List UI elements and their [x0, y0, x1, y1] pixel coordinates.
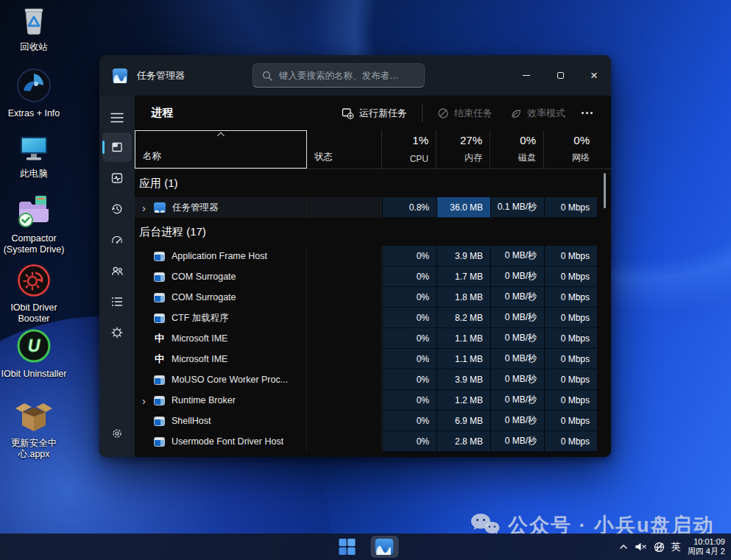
sidebar-item-services[interactable]	[102, 318, 132, 347]
column-header-cpu[interactable]: 1% CPU	[382, 130, 437, 169]
search-box[interactable]	[253, 63, 425, 88]
sidebar-item-app-history[interactable]	[102, 194, 132, 224]
sidebar-item-details[interactable]	[102, 287, 132, 316]
column-header-disk[interactable]: 0% 磁盘	[490, 130, 544, 169]
process-memory-cell: 3.9 MB	[437, 246, 490, 266]
vertical-scrollbar[interactable]	[604, 173, 606, 208]
process-memory-cell: 1.1 MB	[437, 349, 490, 369]
process-name-cell[interactable]: COM Surrogate	[135, 287, 307, 308]
run-new-task-button[interactable]: 运行新任务	[334, 102, 414, 124]
close-button[interactable]: ×	[577, 55, 611, 96]
column-header-memory[interactable]: 27% 内存	[437, 130, 490, 169]
process-name-cell[interactable]: ›任务管理器	[135, 197, 307, 218]
process-row[interactable]: COM Surrogate0%1.8 MB0 MB/秒0 Mbps	[135, 287, 611, 308]
process-memory-cell: 1.7 MB	[437, 266, 490, 287]
process-name-cell[interactable]: ShellHost	[135, 411, 307, 431]
process-name: MoUSO Core Worker Proc...	[172, 375, 288, 385]
desktop-icon-iobit-uninstaller[interactable]: U IObit Uninstaller	[0, 328, 68, 380]
desktop-icon-this-pc[interactable]: 此电脑	[0, 134, 68, 180]
network-globe-icon[interactable]	[654, 542, 665, 553]
section-header-row[interactable]: 后台进程 (17)	[135, 218, 611, 246]
process-row[interactable]: CTF 加载程序0%8.2 MB0 MB/秒0 Mbps	[135, 308, 611, 328]
desktop-icon-compactor[interactable]: Compactor (System Drive)	[0, 193, 68, 255]
tray-chevron-up-icon[interactable]	[619, 543, 628, 550]
section-label: 后台进程 (17)	[139, 225, 206, 239]
maximize-button[interactable]	[543, 55, 577, 96]
process-row[interactable]: ShellHost0%6.9 MB0 MB/秒0 Mbps	[135, 411, 611, 431]
app-window-icon	[154, 313, 165, 323]
process-name: COM Surrogate	[172, 292, 236, 302]
ime-indicator[interactable]: 英	[671, 540, 681, 553]
navigation-menu-button[interactable]	[102, 104, 132, 131]
process-name-cell[interactable]: ›Runtime Broker	[135, 390, 307, 411]
process-name-cell[interactable]: Application Frame Host	[135, 246, 307, 266]
process-name-cell[interactable]: 中Microsoft IME	[135, 349, 307, 369]
process-name: CTF 加载程序	[172, 312, 229, 325]
sidebar-item-startup-apps[interactable]	[102, 225, 132, 255]
extras-info-icon	[16, 68, 52, 106]
process-row[interactable]: MoUSO Core Worker Proc...0%3.9 MB0 MB/秒0…	[135, 369, 611, 390]
app-window-icon	[154, 417, 165, 426]
process-network-cell: 0 Mbps	[544, 308, 597, 328]
process-disk-cell: 0 MB/秒	[490, 308, 544, 328]
desktop-icon-driver-booster[interactable]: IObit Driver Booster	[0, 263, 68, 325]
process-row[interactable]: COM Surrogate0%1.7 MB0 MB/秒0 Mbps	[135, 266, 611, 287]
process-row[interactable]: Usermode Font Driver Host0%2.8 MB0 MB/秒0…	[135, 431, 611, 452]
process-name-cell[interactable]: COM Surrogate	[135, 266, 307, 287]
column-header-name[interactable]: 名称	[135, 130, 307, 169]
more-options-icon[interactable]	[580, 112, 596, 115]
process-network-cell: 0 Mbps	[544, 390, 597, 411]
start-button[interactable]	[333, 536, 361, 558]
performance-icon	[110, 171, 124, 185]
toolbar: 进程 运行新任务	[135, 96, 611, 130]
column-header-network[interactable]: 0% 网络	[544, 130, 597, 169]
process-status-cell	[307, 411, 382, 431]
process-network-cell: 0 Mbps	[544, 266, 597, 287]
process-row[interactable]: 中Microsoft IME0%1.1 MB0 MB/秒0 Mbps	[135, 328, 611, 349]
end-task-button[interactable]: 结束任务	[430, 102, 500, 124]
driver-booster-icon	[17, 263, 51, 300]
process-name-cell[interactable]: Usermode Font Driver Host	[135, 431, 307, 452]
process-row[interactable]: ›任务管理器0.8%36.0 MB0.1 MB/秒0 Mbps	[135, 197, 611, 218]
expand-chevron-icon[interactable]: ›	[142, 395, 154, 406]
process-memory-cell: 1.1 MB	[437, 328, 490, 349]
search-input[interactable]	[272, 71, 424, 81]
desktop-icon-recycle-bin[interactable]: 回收站	[0, 4, 68, 53]
sidebar-item-processes[interactable]	[102, 132, 132, 162]
sidebar-item-performance[interactable]	[102, 163, 132, 193]
sidebar-item-settings[interactable]	[102, 419, 132, 448]
volume-muted-icon[interactable]	[635, 542, 647, 552]
tray-clock[interactable]: 10:01:09 周四 4月 2	[688, 537, 725, 557]
efficiency-mode-button[interactable]: 效率模式	[503, 102, 573, 124]
sidebar-item-users[interactable]	[102, 256, 132, 286]
expand-chevron-icon[interactable]: ›	[142, 202, 154, 213]
process-row[interactable]: Application Frame Host0%3.9 MB0 MB/秒0 Mb…	[135, 246, 611, 266]
process-name-cell[interactable]: MoUSO Core Worker Proc...	[135, 369, 307, 390]
app-window-icon	[154, 375, 165, 385]
process-memory-cell: 8.2 MB	[437, 308, 490, 328]
desktop-icon-update-appx[interactable]: 更新安全中心.appx	[0, 394, 68, 460]
window-title: 任务管理器	[137, 69, 185, 82]
process-name: Microsoft IME	[172, 354, 227, 364]
minimize-button[interactable]	[509, 55, 543, 96]
name-header-label: 名称	[143, 150, 161, 163]
desktop-icon-extras-info[interactable]: Extras + Info	[0, 68, 68, 119]
titlebar[interactable]: 任务管理器 ×	[99, 55, 611, 96]
disk-total-value: 0%	[520, 134, 536, 146]
maximize-icon	[557, 72, 564, 79]
process-disk-cell: 0 MB/秒	[490, 411, 544, 431]
process-cpu-cell: 0%	[382, 287, 437, 308]
process-cpu-cell: 0.8%	[382, 197, 437, 218]
taskbar-task-manager-button[interactable]	[370, 536, 398, 558]
process-row[interactable]: ›Runtime Broker0%1.2 MB0 MB/秒0 Mbps	[135, 390, 611, 411]
process-memory-cell: 3.9 MB	[437, 369, 490, 390]
desktop-icon-label: Extras + Info	[8, 108, 60, 119]
process-row[interactable]: 中Microsoft IME0%1.1 MB0 MB/秒0 Mbps	[135, 349, 611, 369]
process-status-cell	[307, 308, 382, 328]
app-window-icon	[154, 396, 165, 405]
section-header-row[interactable]: 应用 (1)	[135, 169, 611, 197]
process-name-cell[interactable]: CTF 加载程序	[135, 308, 307, 328]
process-name-cell[interactable]: 中Microsoft IME	[135, 328, 307, 349]
column-header-status[interactable]: 状态	[307, 130, 382, 169]
close-icon: ×	[590, 69, 598, 82]
